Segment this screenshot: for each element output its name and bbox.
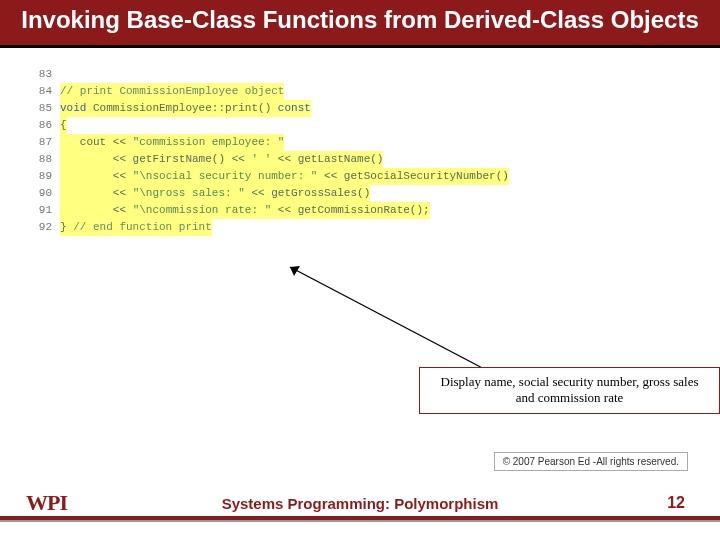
slide-footer: WPI Systems Programming: Polymorphism 12 <box>0 488 720 540</box>
code-string: ' ' <box>251 151 271 168</box>
code-string: "\ngross sales: " <box>133 185 245 202</box>
code-string: "\ncommission rate: " <box>133 202 272 219</box>
svg-marker-1 <box>290 266 300 276</box>
footer-title: Systems Programming: Polymorphism <box>0 495 720 512</box>
line-number: 92 <box>30 219 52 236</box>
code-text: << getLastName() <box>271 151 383 168</box>
line-number: 91 <box>30 202 52 219</box>
line-number: 83 <box>30 66 52 83</box>
code-keyword: void <box>60 100 86 117</box>
line-number: 89 <box>30 168 52 185</box>
code-text: << getFirstName() << <box>60 151 251 168</box>
arrow-icon <box>280 262 500 377</box>
code-text: << <box>60 202 133 219</box>
slide-title: Invoking Base-Class Functions from Deriv… <box>20 6 700 35</box>
svg-line-0 <box>290 267 490 372</box>
line-number: 90 <box>30 185 52 202</box>
code-text: cout << <box>60 134 133 151</box>
code-text: << getCommissionRate(); <box>271 202 429 219</box>
code-text: { <box>60 117 67 134</box>
code-string: "commission employee: " <box>133 134 285 151</box>
line-number: 84 <box>30 83 52 100</box>
footer-divider-shadow <box>0 520 720 522</box>
copyright-notice: © 2007 Pearson Ed -All rights reserved. <box>494 452 688 471</box>
code-string: "\nsocial security number: " <box>133 168 318 185</box>
code-comment: // end function print <box>73 219 212 236</box>
line-number: 88 <box>30 151 52 168</box>
code-comment: // print CommissionEmployee object <box>60 83 284 100</box>
slide-title-bar: Invoking Base-Class Functions from Deriv… <box>0 0 720 48</box>
line-number: 85 <box>30 100 52 117</box>
page-number: 12 <box>667 494 685 512</box>
code-block: 83 84// print CommissionEmployee object … <box>30 66 690 236</box>
line-number: 86 <box>30 117 52 134</box>
code-text: } <box>60 219 73 236</box>
code-keyword: const <box>278 100 311 117</box>
code-text: CommissionEmployee::print() <box>86 100 277 117</box>
code-text: << <box>60 185 133 202</box>
code-text: << getSocialSecurityNumber() <box>317 168 508 185</box>
callout-box: Display name, social security number, gr… <box>419 367 720 414</box>
code-text: << getGrossSales() <box>245 185 370 202</box>
code-text: << <box>60 168 133 185</box>
line-number: 87 <box>30 134 52 151</box>
